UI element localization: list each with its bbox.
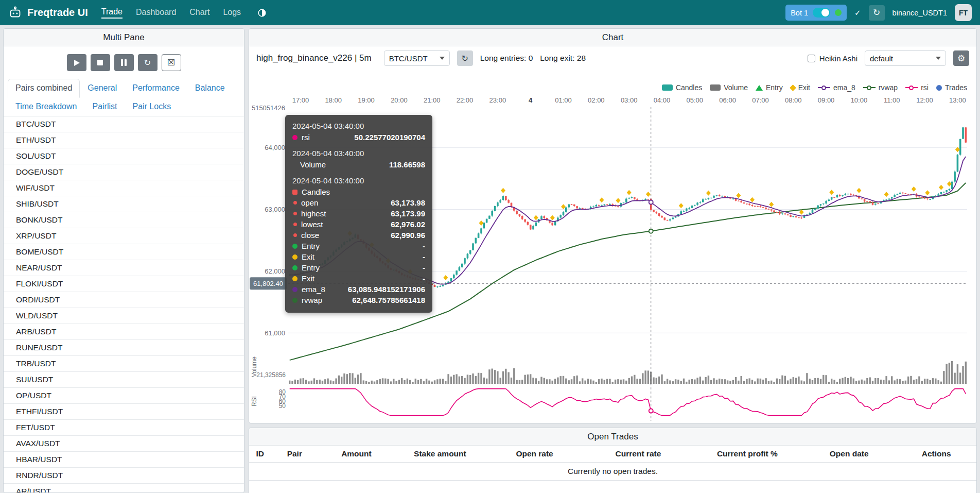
open-trades-panel: Open Trades IDPairAmountStake amountOpen…: [249, 428, 977, 493]
pair-row-btc-usdt[interactable]: BTC/USDT: [4, 116, 244, 132]
heikin-ashi-toggle[interactable]: Heikin Ashi: [808, 54, 857, 63]
pair-row-eth-usdt[interactable]: ETH/USDT: [4, 132, 244, 148]
tab-general[interactable]: General: [80, 79, 125, 97]
pair-row-avax-usdt[interactable]: AVAX/USDT: [4, 436, 244, 452]
chart-panel-title: Chart: [249, 29, 976, 46]
refresh-chart-button[interactable]: ↻: [457, 50, 473, 66]
x-axis-label: 09:00: [818, 96, 835, 104]
x-axis-label: 19:00: [358, 96, 375, 104]
exit-diamond-icon: [646, 192, 651, 197]
tooltip-timestamp: 2024-05-04 03:40:00: [292, 122, 425, 130]
legend-item-trades[interactable]: Trades: [936, 83, 967, 92]
pair-row-sui-usdt[interactable]: SUI/USDT: [4, 372, 244, 388]
chevron-down-icon: [440, 57, 445, 60]
pair-row-wif-usdt[interactable]: WIF/USDT: [4, 180, 244, 196]
tab-performance[interactable]: Performance: [125, 79, 187, 97]
pair-row-sol-usdt[interactable]: SOL/USDT: [4, 148, 244, 164]
pair-row-op-usdt[interactable]: OP/USDT: [4, 388, 244, 404]
tooltip-row: Entry -: [292, 242, 425, 250]
pair-row-floki-usdt[interactable]: FLOKI/USDT: [4, 276, 244, 292]
exit-diamond-icon: [939, 185, 943, 190]
pair-row-shib-usdt[interactable]: SHIB/USDT: [4, 196, 244, 212]
bot-selector[interactable]: Bot 1: [785, 5, 847, 21]
legend-item-volume[interactable]: Volume: [710, 83, 748, 92]
legend-item-ema-8[interactable]: ema_8: [818, 83, 855, 92]
nav-item-logs[interactable]: Logs: [223, 8, 241, 18]
tooltip-series-value: 118.66598: [379, 160, 425, 169]
pair-row-ordi-usdt[interactable]: ORDI/USDT: [4, 292, 244, 308]
pair-row-doge-usdt[interactable]: DOGE/USDT: [4, 164, 244, 180]
pair-select[interactable]: BTC/USDT: [384, 50, 450, 66]
pair-row-xrp-usdt[interactable]: XRP/USDT: [4, 228, 244, 244]
pair-row-hbar-usdt[interactable]: HBAR/USDT: [4, 452, 244, 468]
tooltip-series-value: 62,990.96: [380, 231, 425, 240]
plot-settings-button[interactable]: ⚙: [953, 50, 969, 66]
legend-item-rsi[interactable]: rsi: [905, 83, 929, 92]
series-marker-icon: [293, 201, 297, 205]
pair-row-wld-usdt[interactable]: WLD/USDT: [4, 308, 244, 324]
legend-line-icon: [863, 84, 876, 91]
bot-controls: ↻ ☒: [4, 46, 244, 77]
exit-diamond-icon: [750, 197, 755, 202]
column-header-current-rate: Current rate: [584, 449, 693, 458]
pair-row-fet-usdt[interactable]: FET/USDT: [4, 420, 244, 436]
pair-row-ethfi-usdt[interactable]: ETHFI/USDT: [4, 404, 244, 420]
legend-item-rvwap[interactable]: rvwap: [863, 83, 898, 92]
close-trade-icon: ☒: [167, 57, 175, 68]
tooltip-series-label: Entry: [302, 242, 320, 250]
toggle-knob: [821, 9, 829, 16]
y-axis-top-label: 515051426: [252, 104, 285, 112]
heikin-ashi-checkbox[interactable]: [808, 55, 815, 62]
legend-item-exit[interactable]: Exit: [791, 83, 810, 92]
legend-line-icon: [905, 84, 918, 91]
exit-signals: [347, 147, 960, 280]
force-exit-button[interactable]: ☒: [162, 54, 181, 71]
pair-row-trb-usdt[interactable]: TRB/USDT: [4, 356, 244, 372]
gear-icon: ⚙: [957, 53, 965, 64]
pair-row-rndr-usdt[interactable]: RNDR/USDT: [4, 468, 244, 484]
legend-item-entry[interactable]: Entry: [756, 83, 783, 92]
tooltip-series-label: Volume: [300, 160, 326, 169]
pause-bot-button[interactable]: [114, 54, 134, 71]
tooltip-series-label: lowest: [301, 220, 323, 229]
column-header-stake-amount: Stake amount: [395, 449, 486, 458]
x-axis-label: 03:00: [621, 96, 638, 104]
tooltip-series-value: -: [412, 274, 425, 283]
open-trades-title: Open Trades: [249, 428, 976, 446]
tooltip-series-value: 63,173.98: [380, 198, 425, 207]
axis-pointer-price: 61,802.40: [253, 280, 283, 287]
exit-diamond-icon: [856, 188, 861, 193]
exit-diamond-icon: [599, 197, 604, 202]
nav-item-chart[interactable]: Chart: [189, 8, 209, 18]
pair-row-near-usdt[interactable]: NEAR/USDT: [4, 260, 244, 276]
reload-config-button[interactable]: ↻: [138, 54, 157, 71]
reload-bot-button[interactable]: ↻: [869, 5, 885, 21]
tab-balance[interactable]: Balance: [187, 79, 233, 97]
strategy-timeframe-label: high_frog_binance_v226 | 5m: [256, 53, 372, 63]
legend-item-candles[interactable]: Candles: [662, 83, 702, 92]
tooltip-row: ema_8 63,085.948152171906: [292, 285, 425, 294]
pair-row-rune-usdt[interactable]: RUNE/USDT: [4, 340, 244, 356]
nav-item-dashboard[interactable]: Dashboard: [136, 8, 176, 18]
legend-label: rvwap: [879, 83, 898, 92]
tab-pairs-combined[interactable]: Pairs combined: [8, 79, 80, 98]
plot-config-select[interactable]: default: [865, 50, 946, 66]
avatar[interactable]: FT: [955, 4, 972, 21]
x-axis-label: 18:00: [325, 96, 342, 104]
stop-bot-button[interactable]: [91, 54, 110, 71]
theme-toggle-icon[interactable]: [257, 8, 267, 18]
exit-diamond-icon: [790, 84, 796, 91]
pair-row-bonk-usdt[interactable]: BONK/USDT: [4, 212, 244, 228]
pair-row-arb-usdt[interactable]: ARB/USDT: [4, 324, 244, 340]
exit-diamond-icon: [550, 215, 555, 220]
pair-row-bome-usdt[interactable]: BOME/USDT: [4, 244, 244, 260]
tab-pairlist[interactable]: Pairlist: [84, 97, 125, 116]
tab-time-breakdown[interactable]: Time Breakdown: [8, 97, 84, 116]
start-bot-button[interactable]: [67, 54, 86, 71]
nav-item-trade[interactable]: Trade: [101, 7, 122, 19]
legend-line-icon: [818, 84, 830, 91]
pair-row-ar-usdt[interactable]: AR/USDT: [4, 484, 244, 493]
bot-toggle[interactable]: [813, 8, 830, 18]
x-axis-label: 23:00: [489, 96, 506, 104]
tab-pair-locks[interactable]: Pair Locks: [125, 97, 179, 116]
